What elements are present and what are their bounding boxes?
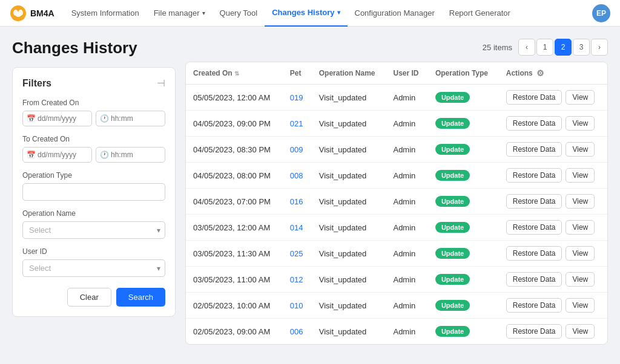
data-table: Created On ⇅ Pet Operation Name User ID … xyxy=(185,62,608,345)
pet-link[interactable]: 019 xyxy=(290,93,303,102)
restore-data-button[interactable]: Restore Data xyxy=(506,324,562,339)
table-row: 03/05/2023, 11:30 AM 025 Visit_updated A… xyxy=(186,241,607,267)
cell-operation-name: Visit_updated xyxy=(312,267,386,293)
view-button[interactable]: View xyxy=(566,142,595,157)
operation-type-badge: Update xyxy=(435,274,470,285)
operation-name-select[interactable]: Select xyxy=(22,221,165,239)
view-button[interactable]: View xyxy=(566,90,595,105)
page-title: Changes History xyxy=(12,39,176,57)
cell-operation-name: Visit_updated xyxy=(312,111,386,137)
restore-data-button[interactable]: Restore Data xyxy=(506,142,562,157)
view-button[interactable]: View xyxy=(566,194,595,209)
cell-pet: 009 xyxy=(283,137,312,163)
to-date-input-wrap: 📅 xyxy=(22,147,92,163)
logo-icon xyxy=(10,5,27,22)
cell-actions: Restore Data View xyxy=(499,319,607,345)
view-button[interactable]: View xyxy=(566,324,595,339)
pet-link[interactable]: 010 xyxy=(290,301,303,310)
operation-type-group: Operation Type xyxy=(22,171,165,201)
cell-user-id: Admin xyxy=(386,319,427,345)
nav-file-manager-label: File manager xyxy=(154,8,200,18)
view-button[interactable]: View xyxy=(566,168,595,183)
page-2-button[interactable]: 2 xyxy=(555,39,572,56)
page-3-button[interactable]: 3 xyxy=(573,39,590,56)
cell-operation-type: Update xyxy=(428,293,499,319)
next-page-button[interactable]: › xyxy=(591,39,608,56)
cell-created-on: 04/05/2023, 09:00 PM xyxy=(186,111,283,137)
restore-data-button[interactable]: Restore Data xyxy=(506,90,562,105)
cell-actions: Restore Data View xyxy=(499,241,607,267)
cell-operation-type: Update xyxy=(428,137,499,163)
nav-configuration-manager[interactable]: Configuration Manager xyxy=(348,0,442,27)
operation-type-badge: Update xyxy=(435,118,470,129)
cell-user-id: Admin xyxy=(386,215,427,241)
restore-data-button[interactable]: Restore Data xyxy=(506,194,562,209)
pet-link[interactable]: 012 xyxy=(290,275,303,284)
operation-type-badge: Update xyxy=(435,300,470,311)
table-header-row: 25 items ‹ 1 2 3 › xyxy=(185,39,608,56)
cell-user-id: Admin xyxy=(386,189,427,215)
page-1-button[interactable]: 1 xyxy=(536,39,553,56)
operation-type-badge: Update xyxy=(435,222,470,233)
cell-actions: Restore Data View xyxy=(499,137,607,163)
restore-data-button[interactable]: Restore Data xyxy=(506,168,562,183)
view-button[interactable]: View xyxy=(566,220,595,235)
restore-data-button[interactable]: Restore Data xyxy=(506,220,562,235)
search-button[interactable]: Search xyxy=(116,288,165,307)
restore-data-button[interactable]: Restore Data xyxy=(506,298,562,313)
operation-type-badge: Update xyxy=(435,326,470,337)
operation-type-badge: Update xyxy=(435,170,470,181)
pet-link[interactable]: 008 xyxy=(290,171,303,180)
gear-icon[interactable]: ⚙ xyxy=(536,68,544,78)
col-pet: Pet xyxy=(283,62,312,85)
nav-query-tool[interactable]: Query Tool xyxy=(213,0,265,27)
cell-user-id: Admin xyxy=(386,241,427,267)
cell-operation-name: Visit_updated xyxy=(312,137,386,163)
pet-link[interactable]: 014 xyxy=(290,223,303,232)
pet-link[interactable]: 025 xyxy=(290,249,303,258)
user-id-label: User ID xyxy=(22,247,165,256)
view-button[interactable]: View xyxy=(566,246,595,261)
pet-link[interactable]: 009 xyxy=(290,145,303,154)
cell-pet: 019 xyxy=(283,85,312,111)
user-id-select[interactable]: Select xyxy=(22,259,165,277)
view-button[interactable]: View xyxy=(566,116,595,131)
filters-header: Filters ⊣ xyxy=(22,77,165,89)
cell-operation-type: Update xyxy=(428,189,499,215)
action-buttons: Restore Data View xyxy=(506,272,600,287)
cell-user-id: Admin xyxy=(386,293,427,319)
cell-created-on: 02/05/2023, 09:00 AM xyxy=(186,319,283,345)
nav-file-manager[interactable]: File manager ▾ xyxy=(147,0,213,27)
col-actions: Actions ⚙ xyxy=(499,62,607,85)
restore-data-button[interactable]: Restore Data xyxy=(506,116,562,131)
action-buttons: Restore Data View xyxy=(506,324,600,339)
prev-page-button[interactable]: ‹ xyxy=(518,39,535,56)
cell-created-on: 03/05/2023, 11:30 AM xyxy=(186,241,283,267)
nav-system-information[interactable]: System Information xyxy=(64,0,147,27)
to-created-on-label: To Created On xyxy=(22,135,165,143)
restore-data-button[interactable]: Restore Data xyxy=(506,272,562,287)
operation-type-input[interactable] xyxy=(22,183,165,201)
operation-type-label: Operation Type xyxy=(22,171,165,180)
cell-operation-name: Visit_updated xyxy=(312,319,386,345)
pet-link[interactable]: 006 xyxy=(290,327,303,336)
table-row: 02/05/2023, 10:00 AM 010 Visit_updated A… xyxy=(186,293,607,319)
filters-panel: Changes History Filters ⊣ From Created O… xyxy=(12,39,176,345)
view-button[interactable]: View xyxy=(566,298,595,313)
cell-operation-type: Update xyxy=(428,85,499,111)
restore-data-button[interactable]: Restore Data xyxy=(506,246,562,261)
pet-link[interactable]: 021 xyxy=(290,119,303,128)
pet-link[interactable]: 016 xyxy=(290,197,303,206)
cell-pet: 006 xyxy=(283,319,312,345)
cell-user-id: Admin xyxy=(386,85,427,111)
nav-report-generator[interactable]: Report Generator xyxy=(442,0,518,27)
actions-label: Actions xyxy=(506,69,533,77)
avatar[interactable]: EP xyxy=(592,4,610,22)
view-button[interactable]: View xyxy=(566,272,595,287)
nav-changes-history[interactable]: Changes History ▾ xyxy=(265,0,347,27)
calendar-icon: 📅 xyxy=(27,114,36,123)
table-row: 02/05/2023, 09:00 AM 006 Visit_updated A… xyxy=(186,319,607,345)
clear-button[interactable]: Clear xyxy=(67,288,111,307)
collapse-button[interactable]: ⊣ xyxy=(157,77,165,89)
cell-pet: 010 xyxy=(283,293,312,319)
